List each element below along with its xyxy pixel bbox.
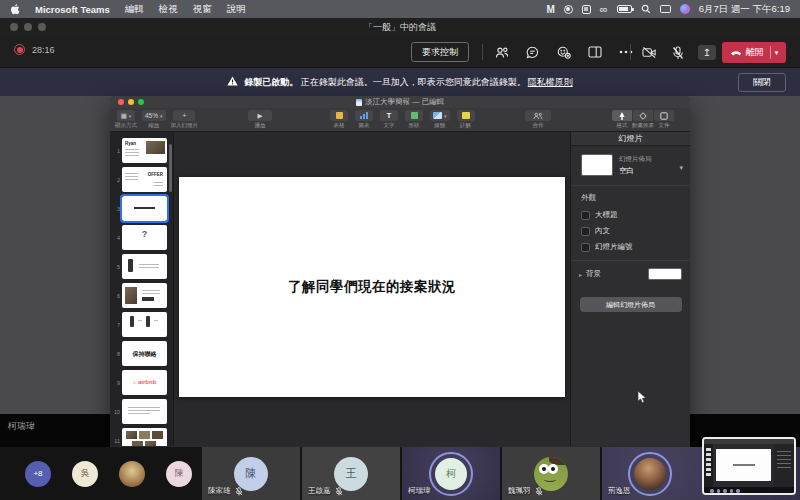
sidebar-scrollbar[interactable] bbox=[169, 144, 172, 192]
spotlight-search-icon[interactable] bbox=[641, 3, 651, 15]
privacy-policy-link[interactable]: 隱私權原則 bbox=[528, 76, 573, 89]
apple-menu-icon[interactable] bbox=[10, 3, 20, 15]
close-window-button[interactable] bbox=[10, 23, 18, 31]
control-center-icon[interactable] bbox=[680, 3, 690, 15]
participant-tile[interactable]: 陳 陳家雄 bbox=[200, 447, 300, 500]
link-status-icon[interactable]: ∞ bbox=[600, 3, 608, 15]
slide-thumbnail-10[interactable]: 10 bbox=[110, 397, 173, 426]
menu-help[interactable]: 說明 bbox=[227, 3, 246, 16]
participant-tile[interactable]: 魏珮羽 bbox=[500, 447, 600, 500]
menu-window[interactable]: 視窗 bbox=[193, 3, 212, 16]
show-participants-icon[interactable] bbox=[494, 45, 509, 59]
slide-thumbnail-preview[interactable]: Ryan bbox=[122, 138, 167, 163]
menu-edit[interactable]: 編輯 bbox=[125, 3, 144, 16]
request-control-button[interactable]: 要求控制 bbox=[411, 42, 469, 62]
animate-panel-button[interactable]: 動畫效果 bbox=[632, 110, 654, 129]
mic-off-icon[interactable] bbox=[670, 46, 685, 60]
banner-text: 正在錄製此會議。一旦加入，即表示您同意此會議錄製。 bbox=[301, 76, 526, 89]
title-checkbox-row[interactable]: 大標題 bbox=[571, 207, 690, 223]
menu-view[interactable]: 檢視 bbox=[159, 3, 178, 16]
background-row[interactable]: ▸ 背景 bbox=[571, 260, 690, 287]
leave-meeting-button[interactable]: 離開 ▾ bbox=[722, 42, 786, 63]
slide-navigator[interactable]: 1 Ryan 2 OFFER 3 4 ?5 6 7 8 保持聯絡9 ⌂ airb… bbox=[110, 132, 174, 446]
input-source-icon[interactable] bbox=[582, 3, 591, 15]
slide-thumbnail-preview[interactable] bbox=[122, 283, 167, 308]
insert-shape-button[interactable]: 形狀 bbox=[405, 110, 423, 129]
slide-thumbnail-preview[interactable]: 保持聯絡 bbox=[122, 341, 167, 366]
display-settings-icon[interactable] bbox=[660, 3, 671, 15]
slide-layout-selector[interactable]: 幻燈片佈局 空白 ▾ bbox=[571, 146, 690, 186]
battery-icon[interactable] bbox=[617, 3, 632, 15]
format-panel-button[interactable]: 格式 bbox=[612, 110, 632, 129]
participant-photo-avatar[interactable] bbox=[119, 461, 145, 487]
slide-thumbnail-preview[interactable]: ? bbox=[122, 225, 167, 250]
background-color-well[interactable] bbox=[648, 268, 682, 280]
checkbox[interactable] bbox=[581, 227, 590, 236]
zoom-window-button[interactable] bbox=[138, 99, 144, 105]
slide-thumbnail-4[interactable]: 4 ? bbox=[110, 223, 173, 252]
participant-tile-speaking[interactable]: 柯 柯瑞瑋 bbox=[400, 447, 500, 500]
leave-options-chevron-icon[interactable]: ▾ bbox=[775, 49, 779, 57]
play-button[interactable]: ▶ 播放 bbox=[248, 110, 272, 129]
slide-thumbnail-7[interactable]: 7 bbox=[110, 310, 173, 339]
gmail-status-icon[interactable]: M bbox=[546, 3, 554, 15]
layout-chevron-icon[interactable]: ▾ bbox=[679, 164, 683, 172]
insert-chart-button[interactable]: 圖表 bbox=[355, 110, 373, 129]
slide-thumbnail-6[interactable]: 6 bbox=[110, 281, 173, 310]
current-slide[interactable]: 了解同學們現在的接案狀況 bbox=[179, 177, 565, 397]
reactions-icon[interactable] bbox=[556, 45, 571, 59]
slide-thumbnail-preview[interactable] bbox=[122, 254, 167, 279]
layout-label: 幻燈片佈局 bbox=[619, 155, 652, 164]
share-screen-button[interactable]: ↥ bbox=[698, 45, 716, 60]
screen-share-stage: 淡江大學簡報 — 已編輯 ▦ ▾ 顯示方式 45% ▾ 縮放 + 加入幻燈片 bbox=[0, 96, 800, 447]
insert-text-button[interactable]: T 文字 bbox=[380, 110, 398, 129]
slide-thumbnail-preview[interactable]: OFFER bbox=[122, 167, 167, 192]
slide-thumbnail-1[interactable]: 1 Ryan bbox=[110, 136, 173, 165]
edit-slide-layout-button[interactable]: 編輯幻燈片佈局 bbox=[580, 297, 682, 312]
participant-avatar[interactable]: 吳 bbox=[72, 461, 98, 487]
slide-thumbnail-preview[interactable]: ⌂ airbnb bbox=[122, 370, 167, 395]
slide-thumbnail-preview[interactable] bbox=[122, 312, 167, 337]
leave-label: 離開 bbox=[746, 46, 764, 59]
participant-tile[interactable]: 王 王啟嘉 bbox=[300, 447, 400, 500]
slide-thumbnail-preview[interactable] bbox=[122, 399, 167, 424]
slide-thumbnail-8[interactable]: 8 保持聯絡 bbox=[110, 339, 173, 368]
slide-thumbnail-11[interactable]: 11 bbox=[110, 426, 173, 446]
zoom-window-button[interactable] bbox=[38, 23, 46, 31]
chat-icon[interactable] bbox=[525, 45, 540, 59]
slide-canvas[interactable]: 了解同學們現在的接案狀況 bbox=[174, 132, 570, 446]
camera-off-icon[interactable] bbox=[642, 46, 657, 60]
collaborate-button[interactable]: 合作 bbox=[525, 110, 551, 129]
screen-share-pip-window[interactable] bbox=[702, 437, 796, 495]
checkbox[interactable] bbox=[581, 211, 590, 220]
banner-close-button[interactable]: 關閉 bbox=[738, 73, 786, 92]
minimize-window-button[interactable] bbox=[24, 23, 32, 31]
slide-number: 1 bbox=[110, 148, 122, 154]
slide-thumbnail-9[interactable]: 9 ⌂ airbnb bbox=[110, 368, 173, 397]
participant-avatar[interactable]: 陳 bbox=[166, 461, 192, 487]
record-status-icon[interactable] bbox=[564, 3, 573, 15]
insert-media-button[interactable]: ▾ 媒體 bbox=[430, 110, 450, 129]
zoom-control[interactable]: 45% ▾ 縮放 bbox=[142, 110, 166, 129]
slide-thumbnail-2[interactable]: 2 OFFER bbox=[110, 165, 173, 194]
overflow-count-badge[interactable]: +8 bbox=[25, 461, 51, 487]
breakout-rooms-icon[interactable] bbox=[587, 45, 602, 59]
checkbox[interactable] bbox=[581, 243, 590, 252]
insert-comment-button[interactable]: 註解 bbox=[457, 110, 475, 129]
slide-thumbnail-3[interactable]: 3 bbox=[110, 194, 173, 223]
close-window-button[interactable] bbox=[118, 99, 124, 105]
body-checkbox-row[interactable]: 內文 bbox=[571, 223, 690, 239]
menubar-app-name[interactable]: Microsoft Teams bbox=[35, 4, 110, 15]
disclosure-triangle-icon[interactable]: ▸ bbox=[579, 271, 582, 278]
minimize-window-button[interactable] bbox=[128, 99, 134, 105]
teams-window-titlebar: 「一般」中的會議 bbox=[0, 18, 800, 36]
insert-table-button[interactable]: 表格 bbox=[330, 110, 348, 129]
slide-thumbnail-5[interactable]: 5 bbox=[110, 252, 173, 281]
slide-thumbnail-preview[interactable] bbox=[122, 196, 167, 221]
menubar-clock[interactable]: 6月7日 週一 下午6:19 bbox=[699, 3, 790, 16]
add-slide-button[interactable]: + 加入幻燈片 bbox=[171, 110, 199, 129]
document-panel-button[interactable]: 文件 bbox=[654, 110, 674, 129]
view-mode-button[interactable]: ▦ ▾ 顯示方式 bbox=[115, 110, 137, 129]
slide-number-checkbox-row[interactable]: 幻燈片編號 bbox=[571, 239, 690, 255]
slide-thumbnail-preview[interactable] bbox=[122, 428, 167, 446]
